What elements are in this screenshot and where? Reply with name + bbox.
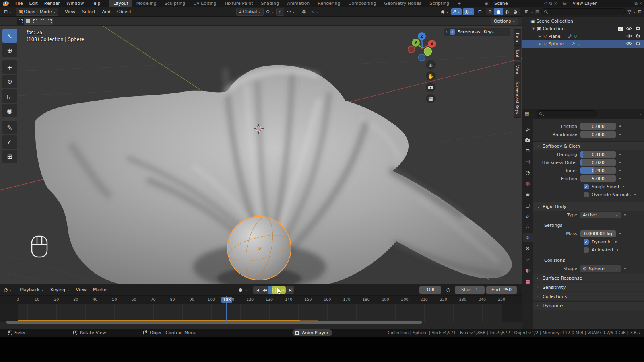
animate-dot-icon[interactable]: [624, 214, 626, 216]
modifier-wrench-icon[interactable]: [571, 41, 576, 47]
proportional-editing-toggle[interactable]: ◎: [300, 8, 309, 15]
mesh-data-icon[interactable]: ▽: [577, 41, 580, 47]
checkbox-override-normals[interactable]: [584, 192, 589, 197]
menu-file[interactable]: File: [12, 0, 26, 6]
panel-expand-icon[interactable]: ›: [446, 30, 448, 34]
expand-arrow-icon[interactable]: ▶: [538, 42, 542, 46]
close-view-layer-icon[interactable]: ×: [639, 1, 642, 6]
panel-drag-handle[interactable]: ⋮⋮: [500, 30, 508, 34]
viewport-menu-select[interactable]: Select: [78, 9, 99, 15]
subsection-settings[interactable]: ⌄Settings: [533, 221, 644, 230]
tool-cursor-button[interactable]: ⊕: [2, 43, 17, 57]
gizmo-neg-z[interactable]: [419, 54, 425, 61]
copy-view-layer-icon[interactable]: ⧉: [634, 1, 637, 6]
outliner-filter-chevron[interactable]: ⌄: [633, 10, 636, 14]
options-button[interactable]: Options⌄: [491, 18, 518, 25]
subsection-collisions[interactable]: ⌄Collisions: [533, 256, 644, 265]
properties-tab-object[interactable]: ▢: [523, 201, 533, 210]
properties-tab-texture[interactable]: ▦: [523, 277, 533, 286]
gizmo-x-label[interactable]: X: [430, 42, 433, 46]
snap-toggle[interactable]: ∩: [276, 8, 284, 16]
blender-logo-icon[interactable]: [3, 1, 9, 6]
render-camera-icon[interactable]: [635, 34, 641, 39]
outliner-editor-chevron[interactable]: ⌄: [530, 10, 533, 14]
animate-dot-icon[interactable]: [617, 249, 618, 251]
timeline-menu-keying[interactable]: Keying: [47, 287, 68, 293]
collection-checkbox[interactable]: ✓: [618, 27, 623, 31]
sidebar-tab-screencast-keys[interactable]: Screencast Keys: [514, 78, 521, 118]
outliner-search-input[interactable]: [541, 8, 625, 15]
previous-keyframe-button[interactable]: ◀◆: [261, 286, 268, 294]
render-camera-icon[interactable]: [635, 41, 641, 47]
gizmo-z-label[interactable]: Z: [420, 34, 423, 39]
close-scene-icon[interactable]: ×: [554, 1, 557, 6]
camera-view-button[interactable]: [426, 82, 436, 92]
section-softbody-cloth[interactable]: ⌄Softbody & Cloth: [533, 141, 644, 150]
outliner-row-plane[interactable]: ▶▽Plane▽: [522, 33, 644, 40]
properties-tab-material[interactable]: ◐: [523, 266, 533, 275]
properties-options-chevron[interactable]: ⌄: [639, 112, 642, 115]
viewport-menu-add[interactable]: Add: [99, 9, 114, 15]
scene-name[interactable]: Scene: [494, 1, 543, 6]
tool-add-cube-button[interactable]: ⊞: [2, 150, 17, 163]
gizmo-neg-x[interactable]: [408, 46, 415, 53]
expand-arrow-icon[interactable]: ▼: [531, 27, 535, 31]
timeline-menu-playback[interactable]: Playback: [17, 287, 43, 293]
value-field-inner[interactable]: 0.200: [580, 167, 616, 174]
viewport-canvas[interactable]: ↖⊕+↻◱◉✎∠⊞ fps: 25 (108) Collection | Sph…: [0, 26, 522, 284]
properties-tab-particles[interactable]: ∴: [523, 222, 533, 231]
timeline-menu-view[interactable]: View: [73, 287, 90, 293]
checkbox-dynamic[interactable]: ✓: [584, 239, 589, 245]
shading-rendered-button[interactable]: ◕: [511, 8, 520, 15]
animate-dot-icon[interactable]: [634, 194, 636, 195]
select-mode-set[interactable]: [17, 18, 24, 25]
timeline-menu-marker[interactable]: Marker: [90, 287, 111, 293]
falloff-dropdown[interactable]: ∿⌄: [308, 8, 321, 15]
workspace-tab-sculpting[interactable]: Sculpting: [161, 0, 189, 7]
properties-tab-modifiers[interactable]: [523, 212, 533, 220]
shading-wireframe-button[interactable]: ⊕: [486, 8, 494, 15]
xray-toggle[interactable]: ⊡: [476, 8, 484, 15]
render-camera-icon[interactable]: [635, 26, 641, 31]
value-field-randomize[interactable]: 0.000: [580, 131, 616, 138]
scene-icon[interactable]: ▣: [485, 1, 488, 6]
properties-tab-scene[interactable]: ◔: [523, 168, 533, 177]
sidebar-tab-view[interactable]: View: [514, 62, 521, 78]
properties-tab-constraints[interactable]: ⊜: [523, 244, 533, 253]
use-preview-range-button[interactable]: ◷: [444, 286, 453, 293]
screencast-keys-panel[interactable]: › ✓ Screencast Keys ⋮⋮: [444, 28, 510, 36]
add-workspace-button[interactable]: +: [453, 0, 465, 7]
workspace-tab-uv-editing[interactable]: UV Editing: [189, 0, 220, 7]
panel-divider[interactable]: [522, 7, 522, 337]
menu-window[interactable]: Window: [63, 0, 87, 6]
properties-tab-world[interactable]: ◍: [523, 179, 533, 188]
current-frame-field[interactable]: 108: [419, 286, 441, 294]
workspace-tab-texture-paint[interactable]: Texture Paint: [221, 0, 257, 7]
tool-measure-button[interactable]: ∠: [2, 135, 17, 149]
outliner-row-scene-collection[interactable]: ▣Scene Collection: [522, 17, 644, 25]
workspace-tab-compositing[interactable]: Compositing: [345, 0, 380, 7]
snap-with-dropdown[interactable]: ⊶⌄: [284, 8, 297, 15]
properties-tab-collection[interactable]: ⊞: [523, 190, 533, 199]
section-sensitivity[interactable]: ›Sensitivity: [533, 283, 644, 291]
properties-tab-render[interactable]: [523, 136, 533, 144]
frame-start-field[interactable]: Start1: [455, 286, 485, 294]
scene-chevron-icon[interactable]: ⌄: [490, 2, 493, 5]
workspace-tab-animation[interactable]: Animation: [283, 0, 314, 7]
playhead[interactable]: [226, 304, 227, 322]
animate-dot-icon[interactable]: [619, 170, 621, 171]
workspace-tab-shading[interactable]: Shading: [257, 0, 283, 7]
gizmo-y-label[interactable]: Y: [414, 41, 417, 45]
dropdown-type[interactable]: Active⌄: [580, 212, 621, 218]
workspace-tab-scripting[interactable]: Scripting: [425, 0, 453, 7]
navigation-gizmo[interactable]: Z Y X: [404, 28, 440, 64]
workspace-tab-modeling[interactable]: Modeling: [132, 0, 161, 7]
animate-dot-icon[interactable]: [624, 268, 626, 269]
view-layer-icon[interactable]: ▤: [563, 1, 566, 6]
section-rigid-body[interactable]: ⌄Rigid Body: [533, 202, 644, 211]
screencast-keys-checkbox[interactable]: ✓: [450, 29, 455, 35]
timeline-ruler[interactable]: 0102030405060708090100110120130140150160…: [0, 296, 522, 304]
current-frame-badge[interactable]: 108: [221, 297, 232, 303]
tool-move-button[interactable]: +: [2, 60, 17, 74]
properties-editor-chevron[interactable]: ⌄: [531, 112, 534, 115]
